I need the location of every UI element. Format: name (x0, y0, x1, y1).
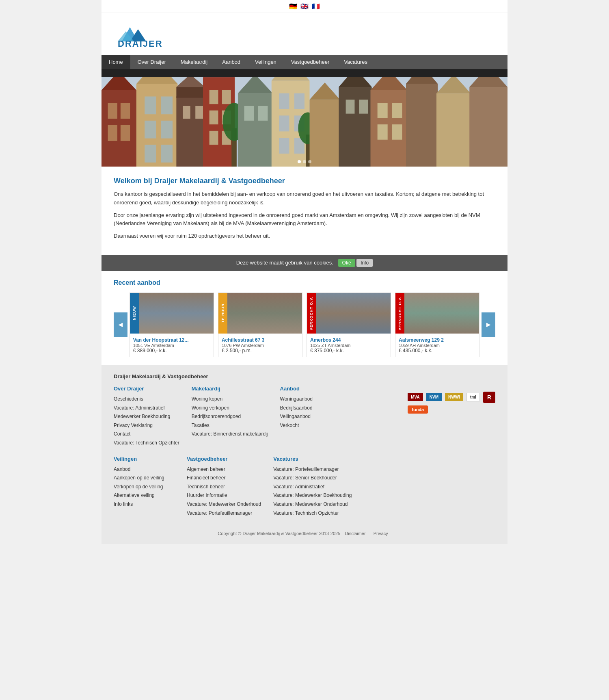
privacy-link[interactable]: Privacy (374, 531, 388, 536)
footer-link[interactable]: Contact (114, 430, 179, 439)
svg-marker-27 (203, 77, 235, 78)
cookie-ok-button[interactable]: Oké (338, 259, 355, 267)
footer-link[interactable]: Aankopen op de veiling (114, 474, 175, 483)
svg-rect-28 (209, 90, 218, 104)
copyright-text: Copyright © Draijer Makelaardij & Vastgo… (218, 531, 340, 536)
footer-link[interactable]: Woning kopen (192, 395, 268, 404)
funda-logo: funda (408, 405, 428, 414)
footer-link[interactable]: Woningaanbod (280, 395, 341, 404)
footer-bottom: Copyright © Draijer Makelaardij & Vastgo… (114, 526, 495, 536)
nav-item-makelaardij[interactable]: Makelaardij (173, 55, 215, 69)
svg-rect-42 (279, 93, 289, 109)
hero-dot-3[interactable] (308, 160, 311, 163)
footer-link[interactable]: Verkopen op de veiling (114, 483, 175, 492)
carousel-next-button[interactable]: ► (482, 312, 495, 337)
svg-rect-24 (183, 106, 190, 119)
hero-dot-2[interactable] (303, 160, 306, 163)
property-card: VERKOCHT O.V. Aalsmeerweg 129 2 1059 AH … (395, 293, 479, 357)
footer-link[interactable]: Huurder informatie (187, 491, 261, 500)
welcome-para3: Daarnaast voeren wij voor ruim 120 opdra… (114, 232, 495, 241)
property-price: € 435.000,- k.k. (399, 348, 476, 353)
svg-rect-22 (176, 87, 205, 98)
footer-link[interactable]: Vacature: Portefeuillemanager (273, 465, 352, 474)
footer-link[interactable]: Aanbod (114, 465, 175, 474)
nav-item-home[interactable]: Home (102, 55, 130, 69)
footer-link[interactable]: Technisch beheer (187, 483, 261, 492)
footer-link[interactable]: Bedrijfsaanbod (280, 404, 341, 413)
footer-link[interactable]: Vacature: Administratief (273, 483, 352, 492)
footer-link[interactable]: Vacature: Medewerker Onderhoud (273, 500, 352, 509)
svg-rect-58 (378, 103, 388, 118)
footer-link[interactable]: Info links (114, 500, 175, 509)
property-city: 1025 ZT Amsterdam (310, 343, 387, 348)
lang-de[interactable]: 🇩🇪 (289, 2, 297, 10)
footer-link[interactable]: Medewerker Boekhouding (114, 412, 179, 421)
property-name-link[interactable]: Van der Hoopstraat 12... (133, 337, 189, 343)
carousel-prev-button[interactable]: ◄ (114, 312, 127, 337)
footer-col-over-draijer: Over Draijer Geschiedenis Vacature: Admi… (114, 386, 179, 448)
hero-dots (298, 160, 311, 163)
property-badge: VERKOCHT O.V. (307, 293, 316, 334)
lang-en[interactable]: 🇬🇧 (300, 2, 309, 10)
footer-link[interactable]: Veilingaanbod (280, 412, 341, 421)
nav-item-aanbod[interactable]: Aanbod (215, 55, 248, 69)
nav-item-vacatures[interactable]: Vacatures (337, 55, 375, 69)
svg-rect-25 (195, 106, 203, 119)
property-info: Van der Hoopstraat 12... 1051 VE Amsterd… (130, 334, 214, 357)
property-info: Achillesstraat 67 3 1076 PW Amsterdam € … (218, 334, 302, 357)
property-name-link[interactable]: Achillesstraat 67 3 (222, 337, 264, 343)
svg-rect-12 (121, 125, 130, 141)
footer-link[interactable]: Vacature: Medewerker Onderhoud (187, 500, 261, 509)
property-city: 1051 VE Amsterdam (133, 343, 210, 348)
property-price: € 389.000,- k.k. (133, 348, 210, 353)
footer-link[interactable]: Algemeen beheer (187, 465, 261, 474)
logo-area: DRAIJER Makelaardij & Vastgoedbeheer (102, 13, 508, 55)
footer-link[interactable]: Vacature: Technisch Opzichter (114, 439, 179, 448)
svg-rect-52 (339, 87, 371, 167)
footer-link[interactable]: Taxaties (192, 421, 268, 430)
footer-cols-row2: Veilingen Aanbod Aankopen op de veiling … (114, 456, 495, 518)
nav-item-veilingen[interactable]: Veilingen (248, 55, 284, 69)
disclaimer-link[interactable]: Disclaimer (345, 531, 365, 536)
footer-link[interactable]: Vacature: Medewerker Boekhouding (273, 491, 352, 500)
property-image: VERKOCHT O.V. (307, 293, 391, 334)
svg-rect-15 (145, 97, 156, 115)
property-name-link[interactable]: Amerbos 244 (310, 337, 341, 343)
footer-link[interactable]: Financieel beheer (187, 474, 261, 483)
property-info: Amerbos 244 1025 ZT Amsterdam € 375.000,… (307, 334, 391, 357)
footer-link[interactable]: Alternatieve veiling (114, 491, 175, 500)
footer-link[interactable]: Verkocht (280, 421, 341, 430)
footer-heading-vastgoedbeheer: Vastgoedbeheer (187, 456, 261, 462)
footer: Draijer Makelaardij & Vastgoedbeheer Ove… (102, 365, 508, 544)
lang-fr[interactable]: 🇫🇷 (312, 2, 320, 10)
welcome-para2: Door onze jarenlange ervaring zijn wij u… (114, 211, 495, 228)
svg-marker-63 (406, 77, 438, 84)
footer-link[interactable]: Vacature: Binnendienst makelaardij (192, 430, 268, 439)
footer-link[interactable]: Vacature: Portefeuillemanager (187, 509, 261, 518)
svg-marker-41 (272, 77, 310, 80)
svg-rect-19 (145, 145, 156, 163)
hero-dot-1[interactable] (298, 160, 301, 163)
property-name-link[interactable]: Aalsmeerweg 129 2 (399, 337, 444, 343)
footer-heading-over-draijer: Over Draijer (114, 386, 179, 392)
site-logo[interactable]: DRAIJER Makelaardij & Vastgoedbeheer (110, 19, 175, 49)
footer-link[interactable]: Bedrijfsonroerendgoed (192, 412, 268, 421)
nav-item-vastgoedbeheer[interactable]: Vastgoedbeheer (284, 55, 337, 69)
footer-link[interactable]: Vacature: Senior Boekhouder (273, 474, 352, 483)
language-bar: 🇩🇪 🇬🇧 🇫🇷 (102, 0, 508, 13)
footer-link[interactable]: Privacy Verklaring (114, 421, 179, 430)
footer-heading-makelaardij: Makelaardij (192, 386, 268, 392)
mva-logo: MVA (408, 393, 423, 401)
cookie-bar: Deze website maakt gebruik van cookies. … (102, 255, 508, 271)
nav-item-over-draijer[interactable]: Over Draijer (130, 55, 173, 69)
nav-bottom-bar (102, 69, 508, 77)
svg-rect-62 (406, 84, 438, 167)
cookie-info-button[interactable]: Info (356, 259, 373, 267)
footer-link[interactable]: Vacature: Administratief (114, 404, 179, 413)
footer-link[interactable]: Vacature: Technisch Opzichter (273, 509, 352, 518)
property-city: 1059 AH Amsterdam (399, 343, 476, 348)
footer-link[interactable]: Geschiedenis (114, 395, 179, 404)
svg-rect-32 (209, 131, 218, 145)
footer-link[interactable]: Woning verkopen (192, 404, 268, 413)
hero-section (102, 77, 508, 167)
